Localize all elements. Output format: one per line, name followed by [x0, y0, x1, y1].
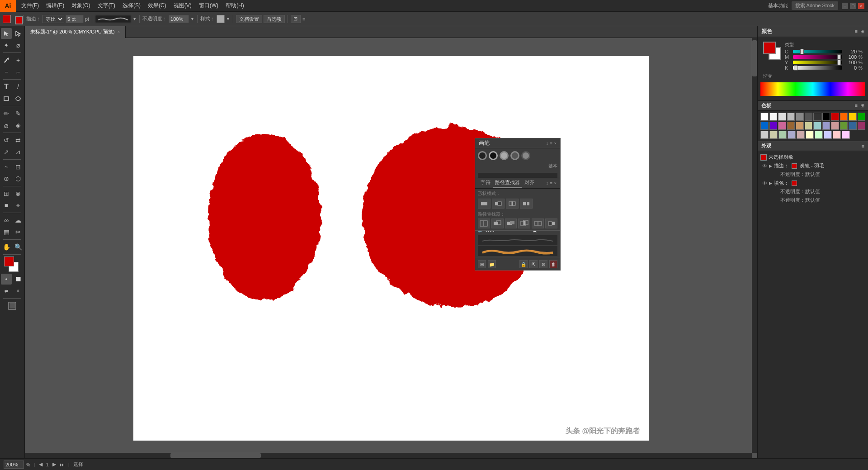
style-box[interactable]: [217, 15, 225, 23]
brush-panel-menu[interactable]: ≡: [550, 141, 552, 146]
swatch-tan[interactable]: [796, 122, 804, 130]
minimize-button[interactable]: –: [842, 3, 848, 9]
gradient-mode-button[interactable]: ⬜: [13, 274, 24, 285]
c-slider[interactable]: [793, 50, 842, 53]
appearance-menu-icon[interactable]: ≡: [862, 143, 864, 149]
brush-dot-3[interactable]: [500, 151, 509, 160]
perspective-grid-tool[interactable]: ⊞: [1, 188, 12, 199]
fill-expand-arrow[interactable]: ▶: [769, 181, 772, 185]
swatch-periwinkle[interactable]: [822, 122, 830, 130]
swatch-gray3[interactable]: [796, 113, 804, 121]
direct-selection-tool[interactable]: [13, 28, 24, 39]
symbol-spray-tool[interactable]: ☁: [13, 215, 24, 226]
bp-layer-icon[interactable]: ⊞: [478, 260, 486, 268]
swatch-dark-gray[interactable]: [805, 113, 813, 121]
unite-button[interactable]: [478, 199, 491, 209]
minus-back-button[interactable]: [545, 218, 557, 228]
swatch-cream[interactable]: [769, 131, 778, 139]
page-arrows-2[interactable]: ⏭: [60, 462, 65, 467]
tab-close-button[interactable]: ×: [118, 29, 120, 34]
lasso-tool[interactable]: ⌀: [13, 40, 24, 51]
hand-tool[interactable]: ✋: [1, 242, 12, 252]
swatch-red[interactable]: [831, 113, 839, 121]
swatch-black[interactable]: [822, 113, 830, 121]
swatch-orchid[interactable]: [842, 131, 850, 139]
scale-tool[interactable]: ↗: [1, 147, 12, 157]
swatch-sage[interactable]: [778, 131, 787, 139]
foreground-color-box[interactable]: [763, 42, 776, 54]
page-next-button[interactable]: ▶: [52, 461, 56, 467]
magic-wand-tool[interactable]: ✦: [1, 40, 12, 51]
swatch-mint[interactable]: [815, 131, 823, 139]
none-color-button[interactable]: ✕: [13, 285, 24, 296]
menu-select[interactable]: 选择(S): [119, 1, 144, 10]
artboard-button[interactable]: ⊡: [291, 15, 301, 23]
swatch-darker[interactable]: [813, 113, 821, 121]
menu-file[interactable]: 文件(F): [18, 1, 42, 10]
brush-dropdown-arrow[interactable]: ▼: [132, 17, 137, 21]
menu-window[interactable]: 窗口(W): [195, 1, 222, 10]
stroke-dropdown[interactable]: 等比: [42, 15, 64, 23]
pf-resize-icon[interactable]: ↕: [546, 181, 548, 185]
crop-button[interactable]: [518, 218, 530, 228]
shear-tool[interactable]: ⊿: [13, 147, 24, 157]
stroke-expand-arrow[interactable]: ▶: [769, 164, 772, 168]
blend-tool[interactable]: ∞: [1, 215, 12, 226]
ellipse-tool[interactable]: [13, 93, 24, 104]
selection-tool[interactable]: [1, 28, 12, 39]
live-paint-tool[interactable]: ⬡: [13, 173, 24, 184]
swatch-maroon[interactable]: [858, 122, 866, 130]
pen-tool[interactable]: [1, 55, 12, 66]
align-tab[interactable]: 对齐: [523, 178, 536, 188]
char-tab[interactable]: 字符: [479, 178, 492, 188]
search-adobe-stock[interactable]: 搜索 Adobe Stock: [792, 1, 838, 10]
swatch-pink[interactable]: [778, 122, 786, 130]
eyedropper-tool[interactable]: ⌖: [13, 200, 24, 211]
swatch-light-blue[interactable]: [824, 131, 832, 139]
panel-menu-icon[interactable]: ≡: [855, 28, 858, 34]
slice-tool[interactable]: ✂: [13, 227, 24, 237]
divide-button[interactable]: [478, 218, 490, 228]
brush-dot-5[interactable]: [521, 151, 530, 160]
brush-panel-close[interactable]: ×: [554, 141, 557, 146]
c-slider-handle[interactable]: [800, 49, 804, 54]
convert-anchor-tool[interactable]: ⌐: [13, 66, 24, 77]
eraser-tool[interactable]: ◈: [13, 120, 24, 131]
pencil-tool[interactable]: ✎: [13, 108, 24, 119]
outline-button[interactable]: [532, 218, 544, 228]
swap-colors-button[interactable]: ⇄: [1, 285, 12, 296]
swatch-light-pink[interactable]: [833, 131, 841, 139]
swatch-gray2[interactable]: [787, 113, 795, 121]
pathfinder-tab[interactable]: 路径查找器: [493, 178, 522, 188]
canvas-container[interactable]: 头条 @阳光下的奔跑者: [25, 38, 757, 458]
pf-menu-icon[interactable]: ≡: [550, 181, 552, 185]
panel-grid-icon[interactable]: ⊞: [860, 28, 864, 34]
swatches-grid-icon[interactable]: ⊞: [860, 103, 864, 109]
column-graph-tool[interactable]: ▦: [1, 227, 12, 237]
foreground-color[interactable]: [4, 256, 14, 266]
swatch-rose[interactable]: [831, 122, 839, 130]
vertical-scrollbar[interactable]: [752, 38, 757, 453]
swatch-purple[interactable]: [769, 122, 778, 130]
artboard[interactable]: 头条 @阳光下的奔跑者: [133, 56, 649, 441]
swatch-gray1[interactable]: [778, 113, 786, 121]
swatch-teal[interactable]: [813, 122, 821, 130]
merge-button[interactable]: [505, 218, 517, 228]
preferences-button[interactable]: 首选项: [264, 15, 285, 23]
stroke-width-input[interactable]: [66, 15, 84, 23]
swatch-white[interactable]: [760, 113, 769, 121]
swatch-brown[interactable]: [787, 122, 795, 130]
stroke-visibility-eye[interactable]: 👁: [762, 163, 767, 169]
type-tool[interactable]: T: [1, 81, 12, 92]
swatch-light-gray[interactable]: [769, 113, 778, 121]
y-slider[interactable]: [793, 61, 842, 64]
swatch-blush[interactable]: [797, 131, 805, 139]
k-slider-handle[interactable]: [794, 65, 797, 71]
bp-arrow-icon[interactable]: ⇱: [529, 260, 538, 268]
color-mode-button[interactable]: ●: [1, 274, 12, 285]
y-slider-handle[interactable]: [837, 60, 841, 65]
reflect-tool[interactable]: ⇄: [13, 135, 24, 146]
brush-dot-1[interactable]: [478, 151, 487, 160]
menu-help[interactable]: 帮助(H): [222, 1, 248, 10]
rectangle-tool[interactable]: [1, 93, 12, 104]
